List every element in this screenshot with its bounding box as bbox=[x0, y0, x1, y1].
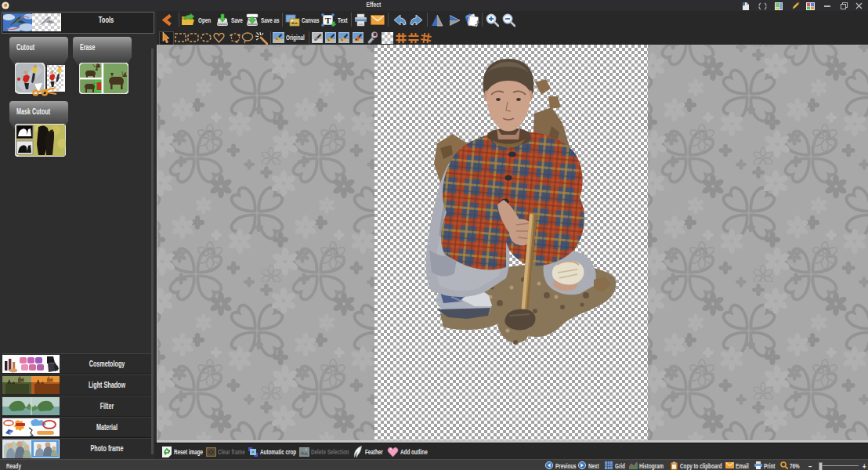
svg-text:T: T bbox=[325, 16, 331, 25]
